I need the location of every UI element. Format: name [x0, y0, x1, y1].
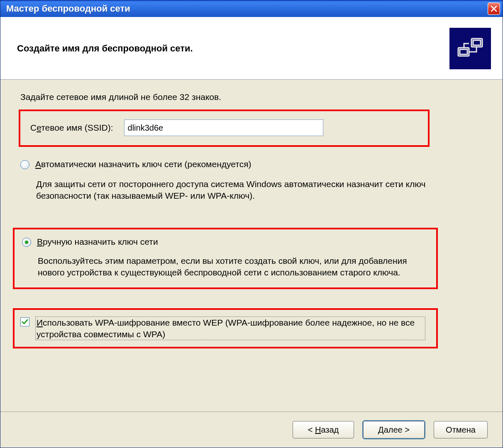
wizard-header: Создайте имя для беспроводной сети.: [0, 17, 503, 80]
network-icon: [449, 28, 491, 69]
checkbox-wpa[interactable]: [20, 317, 29, 326]
wizard-content: Задайте сетевое имя длиной не более 32 з…: [0, 80, 503, 411]
radio-manual-row[interactable]: Вручную назначить ключ сети: [20, 236, 428, 248]
option-manual: Вручную назначить ключ сети Воспользуйте…: [13, 228, 438, 290]
back-button[interactable]: < Назад: [293, 421, 354, 438]
radio-auto-label: Автоматически назначить ключ сети (реком…: [35, 159, 252, 169]
next-button[interactable]: Далее >: [363, 421, 425, 438]
ssid-label: Сетевое имя (SSID):: [30, 123, 113, 133]
ssid-section: Сетевое имя (SSID):: [19, 110, 430, 147]
wizard-window: Мастер беспроводной сети Создайте имя дл…: [0, 0, 503, 448]
ssid-input[interactable]: [124, 119, 323, 136]
close-icon: [491, 5, 497, 12]
wizard-footer: < Назад Далее > Отмена: [0, 411, 503, 448]
radio-manual[interactable]: [22, 238, 31, 247]
svg-rect-3: [460, 49, 467, 54]
svg-rect-1: [473, 40, 481, 45]
wizard-heading: Создайте имя для беспроводной сети.: [17, 43, 441, 54]
option-auto: Автоматически назначить ключ сети (реком…: [20, 158, 483, 202]
window-title: Мастер беспроводной сети: [6, 3, 488, 14]
checkbox-wpa-row[interactable]: Использовать WPA-шифрование вместо WEP (…: [20, 317, 428, 340]
auto-description: Для защиты сети от постороннего доступа …: [36, 178, 451, 202]
manual-description: Воспользуйтесь этим параметром, если вы …: [38, 255, 428, 279]
close-button[interactable]: [488, 2, 500, 15]
cancel-button[interactable]: Отмена: [434, 421, 488, 438]
radio-auto[interactable]: [20, 160, 29, 169]
checkbox-wpa-label: Использовать WPA-шифрование вместо WEP (…: [35, 317, 425, 340]
instruction-text: Задайте сетевое имя длиной не более 32 з…: [20, 92, 483, 102]
titlebar[interactable]: Мастер беспроводной сети: [0, 0, 503, 17]
check-icon: [22, 319, 28, 325]
radio-auto-row[interactable]: Автоматически назначить ключ сети (реком…: [20, 158, 483, 171]
wpa-section: Использовать WPA-шифрование вместо WEP (…: [13, 308, 438, 348]
radio-manual-label: Вручную назначить ключ сети: [37, 237, 158, 247]
